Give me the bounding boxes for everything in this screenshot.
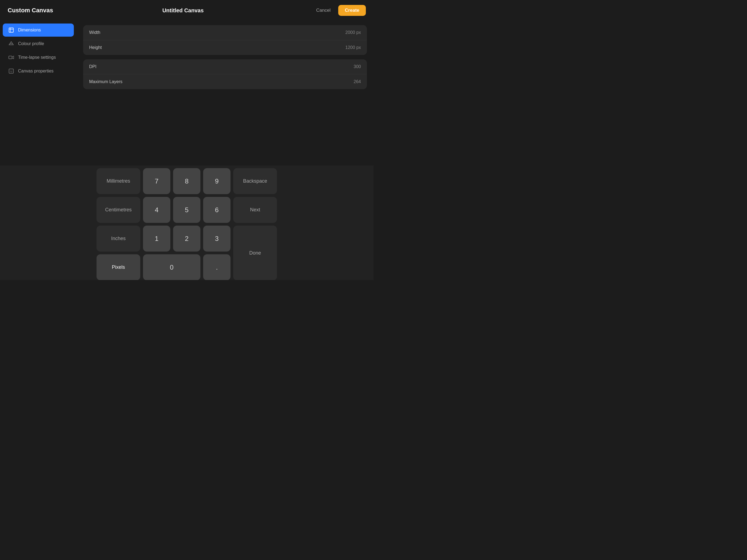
width-value: 2000 px bbox=[345, 30, 361, 35]
key-9[interactable]: 9 bbox=[203, 168, 231, 194]
max-layers-row: Maximum Layers 264 bbox=[83, 74, 367, 89]
unit-millimetres[interactable]: Millimetres bbox=[97, 168, 140, 194]
unit-inches[interactable]: Inches bbox=[97, 226, 140, 252]
sidebar-item-canvas-properties[interactable]: U Canvas properties bbox=[3, 65, 74, 78]
numpad-area: Millimetres Centimetres Inches Pixels 7 … bbox=[0, 166, 374, 280]
key-4[interactable]: 4 bbox=[143, 197, 170, 223]
svg-rect-4 bbox=[9, 56, 12, 59]
dpi-value: 300 bbox=[354, 64, 361, 69]
backspace-button[interactable]: Backspace bbox=[233, 168, 277, 194]
key-0[interactable]: 0 bbox=[143, 254, 200, 280]
max-layers-label: Maximum Layers bbox=[89, 79, 123, 84]
create-button[interactable]: Create bbox=[338, 5, 366, 16]
dpi-row: DPI 300 bbox=[83, 59, 367, 74]
key-dot[interactable]: . bbox=[203, 254, 231, 280]
sidebar-item-timelapse-label: Time-lapse settings bbox=[18, 55, 56, 60]
dimensions-card: Width 2000 px Height 1200 px bbox=[83, 25, 367, 55]
key-8[interactable]: 8 bbox=[173, 168, 200, 194]
sidebar-item-dimensions[interactable]: Dimensions bbox=[3, 24, 74, 36]
settings-content: Width 2000 px Height 1200 px DPI 300 Max… bbox=[77, 21, 374, 166]
unit-pixels[interactable]: Pixels bbox=[97, 254, 140, 280]
key-2[interactable]: 2 bbox=[173, 226, 200, 252]
key-7[interactable]: 7 bbox=[143, 168, 170, 194]
main-content: Dimensions Colour profile Time-lapse set… bbox=[0, 21, 374, 166]
height-label: Height bbox=[89, 45, 102, 50]
width-row: Width 2000 px bbox=[83, 25, 367, 40]
sidebar-item-colour-profile[interactable]: Colour profile bbox=[3, 37, 74, 50]
canvas-properties-icon: U bbox=[8, 68, 14, 74]
dpi-label: DPI bbox=[89, 64, 97, 69]
numpad-grid: Millimetres Centimetres Inches Pixels 7 … bbox=[97, 168, 277, 280]
width-label: Width bbox=[89, 30, 100, 35]
canvas-name: Untitled Canvas bbox=[162, 7, 204, 14]
sidebar-item-canvas-properties-label: Canvas properties bbox=[18, 69, 54, 74]
unit-centimetres[interactable]: Centimetres bbox=[97, 197, 140, 223]
cancel-button[interactable]: Cancel bbox=[313, 5, 334, 15]
dpi-card: DPI 300 Maximum Layers 264 bbox=[83, 59, 367, 89]
height-row: Height 1200 px bbox=[83, 40, 367, 55]
page-title: Custom Canvas bbox=[8, 7, 53, 14]
max-layers-value: 264 bbox=[354, 79, 361, 84]
sidebar: Dimensions Colour profile Time-lapse set… bbox=[0, 21, 77, 166]
svg-rect-0 bbox=[9, 28, 14, 32]
key-3[interactable]: 3 bbox=[203, 226, 231, 252]
done-button[interactable]: Done bbox=[233, 226, 277, 280]
header: Custom Canvas Untitled Canvas Cancel Cre… bbox=[0, 0, 374, 21]
sidebar-item-colour-profile-label: Colour profile bbox=[18, 41, 44, 46]
sidebar-item-dimensions-label: Dimensions bbox=[18, 28, 41, 32]
key-5[interactable]: 5 bbox=[173, 197, 200, 223]
next-button[interactable]: Next bbox=[233, 197, 277, 223]
sidebar-item-timelapse[interactable]: Time-lapse settings bbox=[3, 51, 74, 64]
height-value: 1200 px bbox=[345, 45, 361, 50]
timelapse-icon bbox=[8, 54, 14, 60]
svg-text:U: U bbox=[10, 70, 12, 73]
dimensions-icon bbox=[8, 27, 14, 33]
key-1[interactable]: 1 bbox=[143, 226, 170, 252]
key-6[interactable]: 6 bbox=[203, 197, 231, 223]
header-actions: Cancel Create bbox=[313, 5, 366, 16]
colour-profile-icon bbox=[8, 41, 14, 47]
